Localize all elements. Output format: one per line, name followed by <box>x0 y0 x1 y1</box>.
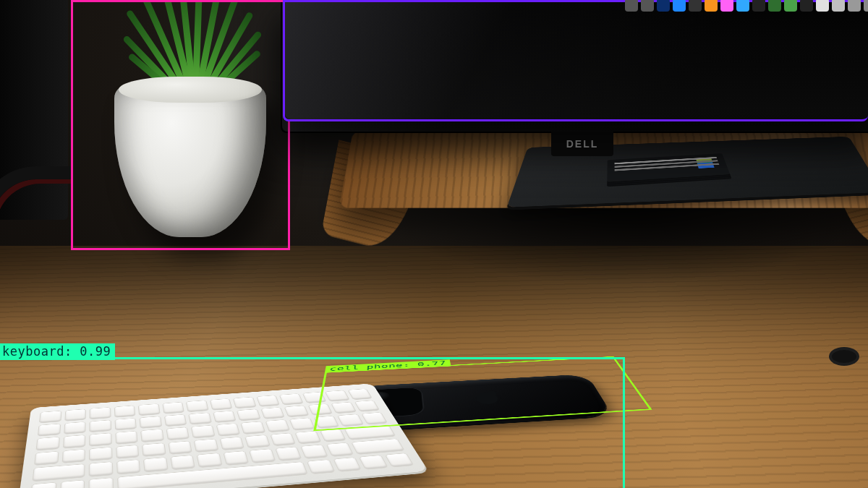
plant-pot <box>114 85 266 237</box>
monitor-brand-label: DELL <box>551 132 613 156</box>
mac-dock-icons <box>625 0 868 14</box>
desk-grommet <box>832 350 856 363</box>
object-detection-scene: DELL cell phone <box>0 0 868 488</box>
headphones-edge <box>0 166 71 273</box>
monitor: DELL <box>281 0 868 133</box>
